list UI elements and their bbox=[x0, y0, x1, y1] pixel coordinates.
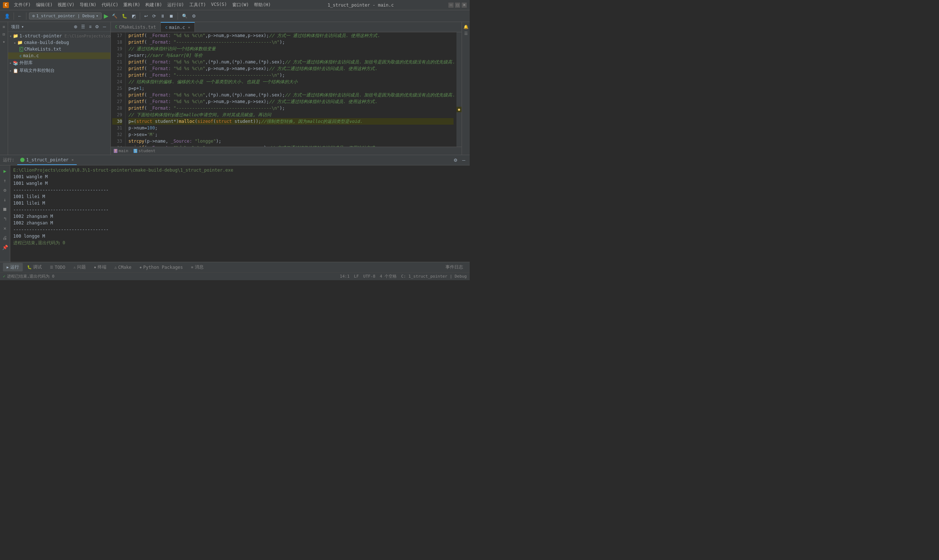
menu-build[interactable]: 构建(B) bbox=[143, 1, 164, 9]
run-settings-btn[interactable]: ⚙ bbox=[452, 157, 459, 163]
menu-refactor[interactable]: 重构(R) bbox=[121, 1, 142, 9]
run-tab[interactable]: 1_struct_pointer ✕ bbox=[17, 155, 77, 165]
tab-messages[interactable]: ≡ 消息 bbox=[188, 263, 207, 271]
notifications-icon[interactable]: 🔔 bbox=[463, 23, 469, 30]
console-out-9: ------------------------------------ bbox=[13, 226, 467, 233]
coverage-button[interactable]: ◩ bbox=[130, 13, 137, 20]
tab-cmake[interactable]: △ CMake bbox=[111, 264, 135, 271]
account-btn[interactable]: 👤 bbox=[3, 13, 11, 20]
console-out-2: 1001 wangle M bbox=[13, 180, 467, 187]
right-icon-2[interactable]: ☰ bbox=[463, 30, 469, 37]
build-button[interactable]: 🔨 bbox=[111, 13, 119, 20]
line-separator[interactable]: LF bbox=[354, 274, 359, 279]
title-bar-left: C 文件(F) 编辑(E) 视图(V) 导航(N) 代码(C) 重构(R) 构建… bbox=[3, 1, 273, 9]
editor-tab-bar: C CMakeLists.txt c main.c ✕ bbox=[111, 22, 462, 32]
menu-edit[interactable]: 编辑(E) bbox=[34, 1, 55, 9]
gutter-23 bbox=[456, 67, 462, 72]
pin-btn[interactable]: 📌 bbox=[1, 243, 9, 251]
menu-bar: 文件(F) 编辑(E) 视图(V) 导航(N) 代码(C) 重构(R) 构建(B… bbox=[12, 1, 273, 9]
terminal-tab-icon: ▪ bbox=[94, 265, 96, 269]
code-line-32: p->sex='M'; bbox=[128, 131, 453, 138]
code-editor[interactable]: 17 18 19 20 21 22 23 24 25 26 27 28 29 3… bbox=[111, 32, 462, 147]
locate-file-btn[interactable]: ⊕ bbox=[72, 23, 79, 30]
back-btn[interactable]: ← bbox=[16, 13, 23, 20]
tab-python-packages[interactable]: ◈ Python Packages bbox=[136, 264, 187, 271]
scratches-folder-icon: 📋 bbox=[13, 68, 19, 73]
gutter-25 bbox=[456, 78, 462, 84]
tree-cmake-build-debug[interactable]: ▸ 📁 cmake-build-debug bbox=[8, 39, 111, 46]
gutter-24 bbox=[456, 72, 462, 78]
tree-scratches[interactable]: ▸ 📋 草稿文件和控制台 bbox=[8, 67, 111, 74]
console-output[interactable]: E:\ClionProjects\code\8\8.3\1-struct-poi… bbox=[10, 165, 470, 262]
run-status-icon bbox=[20, 158, 25, 162]
close-panel-btn[interactable]: ─ bbox=[101, 23, 108, 30]
menu-navigate[interactable]: 导航(N) bbox=[77, 1, 99, 9]
collapse-all-btn[interactable]: ☰ bbox=[80, 23, 86, 30]
play-btn[interactable]: ▶ bbox=[1, 167, 9, 175]
sort-btn[interactable]: ≡ bbox=[87, 23, 93, 30]
wrap-btn[interactable]: ↰ bbox=[1, 215, 9, 223]
scroll-up-btn[interactable]: ↑ bbox=[1, 176, 9, 185]
run-button[interactable]: ▶ bbox=[103, 12, 109, 20]
main-tab-label: main.c bbox=[169, 25, 185, 30]
indent-info[interactable]: 4 个空格 bbox=[380, 274, 397, 279]
tab-terminal[interactable]: ▪ 终端 bbox=[90, 263, 110, 271]
pause-button[interactable]: ⏸ bbox=[159, 13, 166, 20]
menu-vcs[interactable]: VCS(S) bbox=[209, 1, 229, 9]
menu-view[interactable]: 视图(V) bbox=[56, 1, 77, 9]
project-view-icon[interactable]: ≡ bbox=[1, 23, 7, 30]
structure-icon[interactable]: ⊟ bbox=[1, 31, 7, 37]
scroll-down-btn[interactable]: ↓ bbox=[1, 195, 9, 203]
right-sidebar-icons: 🔔 ☰ bbox=[462, 22, 470, 155]
run-close-btn[interactable]: ─ bbox=[461, 157, 467, 163]
close-btn[interactable]: ✕ bbox=[1, 224, 9, 232]
bookmarks-icon[interactable]: ★ bbox=[1, 38, 7, 45]
tree-main-c[interactable]: c main.c bbox=[8, 52, 111, 59]
status-exit-msg: 进程已结束,退出代码为 0 bbox=[7, 274, 55, 279]
search-everywhere-button[interactable]: 🔍 bbox=[180, 13, 189, 20]
code-line-33: strcpy(p->name, _Source: "longge"); bbox=[128, 138, 453, 145]
sep2 bbox=[26, 12, 26, 20]
tab-todo[interactable]: ☰ TODO bbox=[46, 264, 69, 271]
cmake-bottom-tab-text: CMake bbox=[118, 265, 131, 270]
tab-cmake[interactable]: C CMakeLists.txt bbox=[111, 22, 161, 32]
tab-main-c[interactable]: c main.c ✕ bbox=[161, 22, 195, 32]
tab-problems[interactable]: ⚠ 问题 bbox=[70, 263, 89, 271]
gutter-32 bbox=[456, 118, 462, 124]
debug-button[interactable]: 🐛 bbox=[120, 13, 129, 20]
project-settings-btn[interactable]: ⚙ bbox=[94, 23, 100, 30]
gutter-20 bbox=[456, 49, 462, 55]
python-tab-text: Python Packages bbox=[143, 265, 183, 270]
print-btn[interactable]: 🖨 bbox=[1, 234, 9, 242]
menu-help[interactable]: 帮助(H) bbox=[252, 1, 273, 9]
main-c-label: main.c bbox=[23, 53, 39, 58]
code-content[interactable]: printf( _Format: "%d %s %c\n",p->num,p->… bbox=[125, 32, 456, 147]
update-button[interactable]: ↩ bbox=[143, 13, 150, 20]
cursor-position[interactable]: 14:1 bbox=[340, 274, 350, 279]
menu-window[interactable]: 窗口(W) bbox=[230, 1, 251, 9]
stop-run-btn[interactable]: ⏹ bbox=[1, 205, 9, 213]
maximize-button[interactable]: □ bbox=[455, 3, 460, 8]
event-log-btn[interactable]: 事件日志 bbox=[442, 263, 467, 271]
menu-tools[interactable]: 工具(T) bbox=[187, 1, 208, 9]
tab-run[interactable]: ▶ 运行 bbox=[3, 263, 23, 271]
menu-code[interactable]: 代码(C) bbox=[99, 1, 121, 9]
tree-root[interactable]: ▾ 📁 1-struct-pointer E:\ClionProjects\co… bbox=[8, 32, 111, 39]
settings-button[interactable]: ⚙ bbox=[190, 13, 197, 20]
minimize-button[interactable]: ─ bbox=[449, 3, 453, 8]
tab-close-icon[interactable]: ✕ bbox=[188, 25, 190, 29]
settings-btn[interactable]: ⚙ bbox=[1, 186, 9, 194]
run-tab-close-icon[interactable]: ✕ bbox=[72, 158, 74, 162]
tree-cmake-lists[interactable]: C CMakeLists.txt bbox=[8, 46, 111, 52]
close-button[interactable]: ✕ bbox=[462, 3, 467, 8]
reload-button[interactable]: ⟳ bbox=[151, 13, 157, 20]
encoding[interactable]: UTF-8 bbox=[363, 274, 375, 279]
stop-button[interactable]: ⏹ bbox=[168, 13, 175, 20]
menu-file[interactable]: 文件(F) bbox=[12, 1, 33, 9]
menu-run[interactable]: 运行(U) bbox=[165, 1, 187, 9]
tree-external-libs[interactable]: ▸ 📚 外部库 bbox=[8, 59, 111, 67]
run-config-selector[interactable]: ⚙ 1_struct_pointer | Debug ▾ bbox=[29, 12, 102, 20]
c-tab-icon: c bbox=[165, 25, 168, 30]
tab-debug[interactable]: 🐛 调试 bbox=[23, 263, 46, 271]
root-folder-icon: 📁 bbox=[13, 33, 19, 38]
